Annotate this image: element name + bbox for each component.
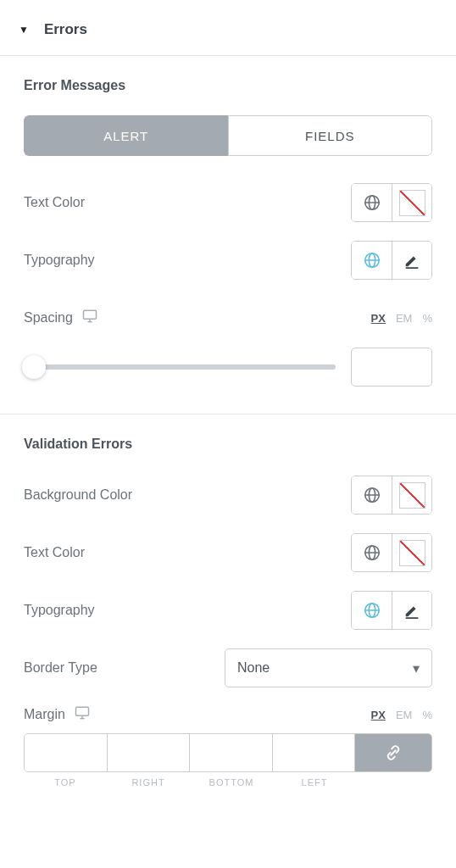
unit-px[interactable]: PX — [371, 709, 386, 721]
color-swatch-none — [399, 482, 425, 509]
row-text-color: Text Color — [24, 181, 432, 224]
margin-inputs — [24, 733, 432, 772]
row-spacing-header: Spacing PX EM % — [24, 297, 432, 339]
color-swatch-none — [399, 190, 425, 216]
spacing-units: PX EM % — [371, 312, 432, 325]
spacing-input[interactable] — [351, 348, 432, 387]
unit-pct[interactable]: % — [422, 709, 432, 721]
label-spacing: Spacing — [24, 308, 98, 328]
label-margin: Margin — [24, 704, 91, 725]
spacing-slider-row — [24, 348, 432, 387]
label-typography: Typography — [24, 253, 95, 268]
responsive-icon[interactable] — [81, 308, 98, 328]
control-background-color — [351, 476, 432, 515]
margin-label-left: LEFT — [273, 777, 356, 787]
edit-button[interactable] — [392, 242, 431, 279]
margin-side-labels: TOP RIGHT BOTTOM LEFT — [24, 777, 432, 787]
margin-label-right: RIGHT — [107, 777, 190, 787]
border-type-select[interactable]: None ▾ — [225, 648, 432, 687]
margin-bottom-input[interactable] — [190, 734, 272, 771]
spacing-slider[interactable] — [24, 364, 336, 370]
section-title: Errors — [44, 21, 87, 38]
border-type-select-wrap: None ▾ — [225, 648, 432, 687]
control-text-color — [351, 183, 432, 222]
color-picker-button[interactable] — [392, 476, 431, 514]
label-text-color: Text Color — [24, 545, 85, 560]
group-title: Error Messages — [24, 78, 432, 93]
color-picker-button[interactable] — [392, 184, 431, 221]
margin-label-bottom: BOTTOM — [190, 777, 273, 787]
control-text-color — [351, 533, 432, 572]
row-border-type: Border Type None ▾ — [24, 647, 432, 689]
label-typography: Typography — [24, 603, 95, 618]
edit-button[interactable] — [392, 592, 431, 629]
row-typography: Typography — [24, 589, 432, 632]
link-values-button[interactable] — [355, 734, 431, 771]
unit-px[interactable]: PX — [371, 312, 386, 325]
color-picker-button[interactable] — [392, 534, 431, 571]
row-background-color: Background Color — [24, 474, 432, 516]
message-tabs: ALERT FIELDS — [24, 115, 432, 156]
unit-em[interactable]: EM — [396, 312, 413, 325]
margin-top-input[interactable] — [25, 734, 107, 771]
responsive-icon[interactable] — [74, 704, 91, 725]
control-typography — [351, 591, 432, 630]
label-border-type: Border Type — [24, 660, 97, 676]
label-background-color: Background Color — [24, 487, 132, 503]
margin-right-input[interactable] — [108, 734, 190, 771]
unit-em[interactable]: EM — [396, 709, 413, 721]
slider-thumb[interactable] — [22, 355, 46, 379]
group-error-messages: Error Messages ALERT FIELDS Text Color T… — [0, 56, 456, 414]
row-typography: Typography — [24, 239, 432, 281]
globe-icon[interactable] — [352, 534, 392, 571]
group-title: Validation Errors — [24, 437, 432, 452]
margin-units: PX EM % — [371, 709, 432, 721]
margin-label-top: TOP — [24, 777, 107, 787]
label-text-color: Text Color — [24, 195, 85, 210]
row-margin-header: Margin PX EM % — [24, 704, 432, 725]
globe-icon[interactable] — [352, 476, 392, 514]
control-typography — [351, 241, 432, 280]
tab-fields[interactable]: FIELDS — [228, 115, 433, 156]
row-text-color: Text Color — [24, 531, 432, 574]
border-type-value: None — [237, 660, 270, 676]
caret-down-icon: ▼ — [19, 24, 29, 36]
group-validation-errors: Validation Errors Background Color Text … — [0, 415, 456, 811]
tab-alert[interactable]: ALERT — [24, 115, 228, 156]
section-header-errors[interactable]: ▼ Errors — [0, 0, 456, 55]
globe-icon[interactable] — [352, 184, 392, 221]
margin-left-input[interactable] — [273, 734, 355, 771]
globe-icon[interactable] — [352, 592, 392, 629]
globe-icon[interactable] — [352, 242, 392, 279]
unit-pct[interactable]: % — [422, 312, 432, 325]
color-swatch-none — [399, 540, 425, 566]
chevron-down-icon: ▾ — [413, 660, 420, 676]
